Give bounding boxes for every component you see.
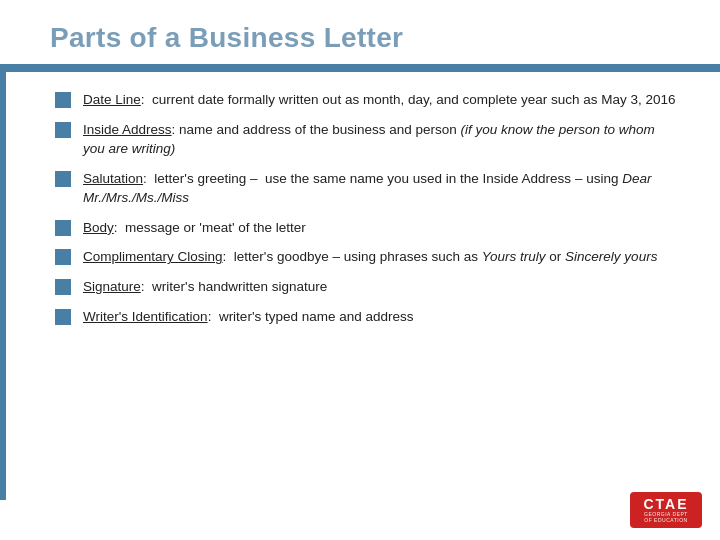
term-label: Writer's Identification: [83, 309, 208, 324]
list-item: Signature: writer's handwritten signatur…: [55, 277, 680, 297]
bullet-icon: [55, 249, 71, 265]
bullet-icon: [55, 92, 71, 108]
list-item: Writer's Identification: writer's typed …: [55, 307, 680, 327]
bullet-text: Body: message or 'meat' of the letter: [83, 218, 680, 238]
logo-text-bottom: GEORGIA DEPTOF EDUCATION: [644, 511, 688, 523]
term-label: Date Line: [83, 92, 141, 107]
bullet-icon: [55, 309, 71, 325]
logo-text-top: CTAE: [643, 497, 688, 511]
blue-bar: [0, 64, 720, 72]
bullet-text: Signature: writer's handwritten signatur…: [83, 277, 680, 297]
bullet-icon: [55, 279, 71, 295]
slide-title: Parts of a Business Letter: [50, 22, 670, 54]
italic-text: Dear Mr./Mrs./Ms./Miss: [83, 171, 651, 206]
ctae-logo: CTAE GEORGIA DEPTOF EDUCATION: [630, 492, 702, 528]
bullet-icon: [55, 122, 71, 138]
italic-text: Yours truly: [482, 249, 546, 264]
term-label: Body: [83, 220, 114, 235]
logo-area: CTAE GEORGIA DEPTOF EDUCATION: [630, 492, 702, 528]
list-item: Inside Address: name and address of the …: [55, 120, 680, 159]
slide: Parts of a Business Letter Date Line: cu…: [0, 0, 720, 540]
list-item: Complimentary Closing: letter's goodbye …: [55, 247, 680, 267]
term-label: Signature: [83, 279, 141, 294]
list-item: Salutation: letter's greeting – use the …: [55, 169, 680, 208]
term-label: Inside Address: [83, 122, 172, 137]
bullet-text: Salutation: letter's greeting – use the …: [83, 169, 680, 208]
list-item: Body: message or 'meat' of the letter: [55, 218, 680, 238]
bullet-text: Complimentary Closing: letter's goodbye …: [83, 247, 680, 267]
bullet-list: Date Line: current date formally written…: [55, 90, 680, 326]
italic-text-2: Sincerely yours: [565, 249, 657, 264]
list-item: Date Line: current date formally written…: [55, 90, 680, 110]
content-area: Date Line: current date formally written…: [0, 72, 720, 540]
bullet-icon: [55, 220, 71, 236]
side-accent: [0, 70, 6, 500]
term-label: Salutation: [83, 171, 143, 186]
term-label: Complimentary Closing: [83, 249, 223, 264]
bullet-text: Inside Address: name and address of the …: [83, 120, 680, 159]
bullet-icon: [55, 171, 71, 187]
bullet-text: Writer's Identification: writer's typed …: [83, 307, 680, 327]
title-area: Parts of a Business Letter: [0, 0, 720, 64]
bullet-text: Date Line: current date formally written…: [83, 90, 680, 110]
